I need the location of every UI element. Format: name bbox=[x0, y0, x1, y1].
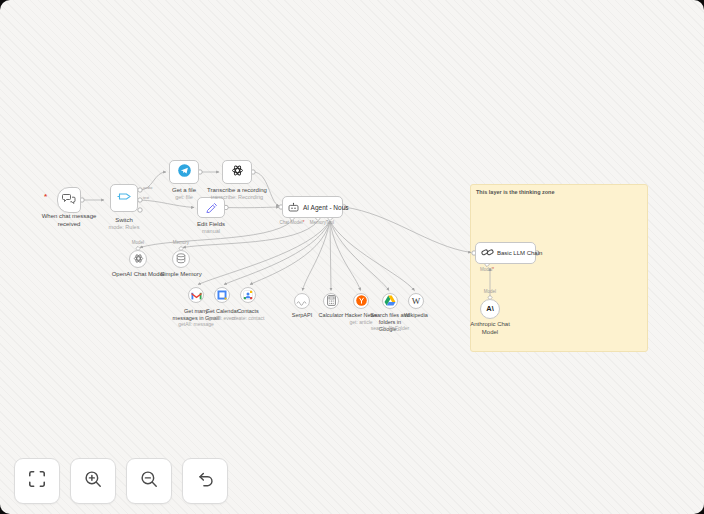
node-transcribe[interactable] bbox=[222, 160, 252, 184]
node-openai-chat-model[interactable] bbox=[129, 250, 147, 268]
chain-link-icon bbox=[481, 244, 494, 262]
node-contacts-tool-label: Contacts bbox=[226, 308, 270, 315]
chat-icon bbox=[62, 191, 76, 209]
robot-icon bbox=[288, 198, 299, 216]
node-calculator-tool[interactable] bbox=[323, 293, 339, 309]
node-switch[interactable] bbox=[110, 184, 138, 212]
anthropic-icon: A\ bbox=[486, 305, 494, 313]
zoom-to-fit-button[interactable] bbox=[14, 458, 60, 504]
node-hacker-news-tool[interactable] bbox=[353, 293, 369, 309]
undo-button[interactable] bbox=[182, 458, 228, 504]
node-transcribe-sublabel: transcribe: Recording bbox=[205, 194, 269, 201]
serpapi-icon bbox=[296, 292, 308, 310]
zoom-to-fit-icon bbox=[27, 469, 47, 493]
node-ai-agent[interactable]: AI Agent - Nous bbox=[282, 196, 343, 218]
undo-icon bbox=[195, 469, 215, 493]
node-serpapi-tool[interactable] bbox=[294, 293, 310, 309]
node-switch-sublabel: mode: Rules bbox=[96, 224, 152, 231]
hacker-news-icon bbox=[356, 292, 367, 310]
node-wikipedia-tool-label: Wikipedia bbox=[398, 312, 434, 319]
node-calendar-tool[interactable] bbox=[214, 287, 230, 303]
node-basic-llm-chain-title: Basic LLM Chain bbox=[497, 250, 542, 256]
telegram-icon bbox=[178, 163, 191, 181]
zoom-in-icon bbox=[83, 469, 103, 493]
node-edit-fields-sublabel: manual bbox=[183, 228, 239, 235]
calculator-icon bbox=[327, 292, 336, 310]
node-anthropic-chat-model-label: Anthropic Chat Model bbox=[468, 321, 512, 336]
node-basic-llm-chain[interactable]: Basic LLM Chain bbox=[475, 242, 536, 264]
google-drive-icon bbox=[384, 292, 396, 310]
node-ai-agent-title: AI Agent - Nous bbox=[303, 204, 349, 211]
node-wikipedia-tool[interactable]: W bbox=[408, 293, 424, 309]
node-gmail-tool-sublabel: getAll: message bbox=[172, 321, 220, 327]
anthropic-port-label: Model bbox=[478, 290, 502, 295]
node-google-drive-tool[interactable] bbox=[382, 293, 398, 309]
agent-port-chat-model-label: Chat Model* bbox=[275, 221, 309, 226]
node-google-drive-tool-sublabel: search: fileFolder bbox=[368, 325, 412, 331]
zoom-out-button[interactable] bbox=[126, 458, 172, 504]
wikipedia-icon: W bbox=[412, 297, 421, 306]
agent-port-tool-label: Tool bbox=[322, 221, 338, 226]
zoom-out-icon bbox=[139, 469, 159, 493]
llm-chain-port-model-label: Model* bbox=[476, 268, 498, 273]
node-chat-trigger-label: When chat message received bbox=[36, 213, 102, 228]
node-anthropic-chat-model[interactable]: A\ bbox=[480, 299, 500, 319]
zoom-in-button[interactable] bbox=[70, 458, 116, 504]
workflow-canvas[interactable]: This layer is the thinking zone bbox=[0, 0, 704, 514]
node-get-file-sublabel: get: file bbox=[156, 194, 212, 201]
database-icon bbox=[176, 250, 186, 268]
node-contacts-tool-sublabel: create: contact bbox=[226, 315, 270, 321]
google-calendar-icon bbox=[217, 286, 227, 304]
node-gmail-tool[interactable] bbox=[188, 287, 204, 303]
node-simple-memory[interactable] bbox=[172, 250, 190, 268]
sticky-note-title: This layer is the thinking zone bbox=[476, 189, 555, 195]
google-contacts-icon bbox=[243, 286, 253, 304]
switch-icon bbox=[117, 189, 132, 207]
trigger-required-marker: * bbox=[44, 192, 47, 201]
node-chat-trigger[interactable] bbox=[57, 187, 81, 213]
node-simple-memory-label: Simple Memory bbox=[153, 271, 209, 279]
canvas-toolbar bbox=[14, 458, 228, 504]
gmail-icon bbox=[191, 286, 202, 304]
simple-memory-port-label: Memory bbox=[168, 241, 194, 246]
node-contacts-tool[interactable] bbox=[240, 287, 256, 303]
openai-icon bbox=[231, 163, 244, 181]
node-get-file[interactable] bbox=[169, 160, 199, 184]
pencil-icon bbox=[205, 199, 217, 217]
openai-model-port-label: Model bbox=[126, 241, 150, 246]
openai-icon bbox=[133, 250, 144, 268]
